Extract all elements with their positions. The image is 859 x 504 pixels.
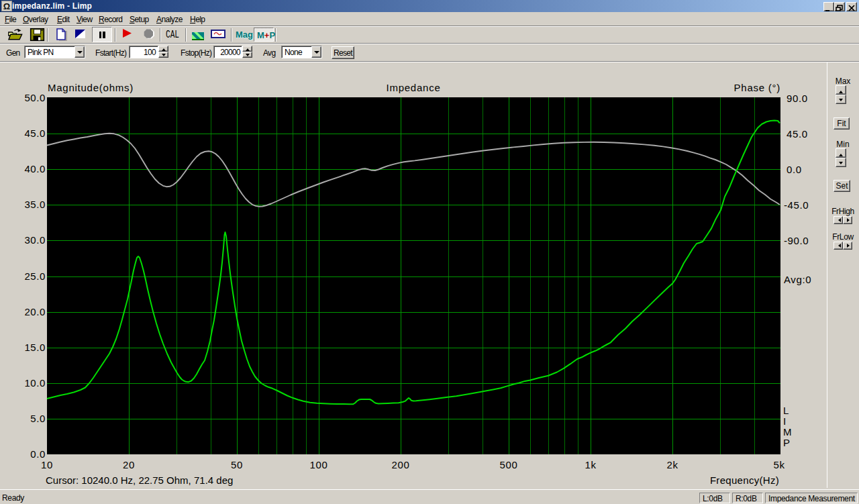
svg-text:CAL: CAL (166, 29, 179, 40)
